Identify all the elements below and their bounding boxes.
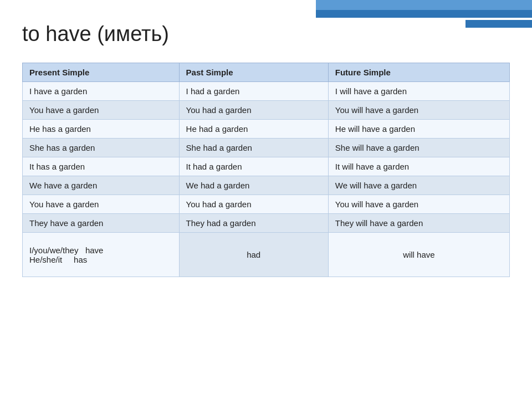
page-content: to have (иметь) Present Simple Past Simp… — [0, 0, 532, 288]
table-cell: You have a garden — [23, 101, 180, 120]
table-cell: We had a garden — [179, 176, 328, 195]
header-present-simple: Present Simple — [23, 63, 180, 82]
conjugation-table: Present Simple Past Simple Future Simple… — [22, 63, 510, 277]
table-cell: It had a garden — [179, 157, 328, 176]
table-cell: They had a garden — [179, 214, 328, 233]
table-cell: I will have a garden — [328, 82, 509, 101]
header-future-simple: Future Simple — [328, 63, 509, 82]
deco-bar-blue — [316, 0, 532, 10]
summary-pronoun2: He/she/it — [29, 255, 62, 264]
table-row: You have a gardenYou had a gardenYou wil… — [23, 101, 510, 120]
table-row: She has a gardenShe had a gardenShe will… — [23, 139, 510, 157]
deco-bar-teal — [466, 20, 532, 28]
table-cell: I had a garden — [179, 82, 328, 101]
table-cell: She will have a garden — [328, 139, 509, 157]
table-cell: He had a garden — [179, 120, 328, 139]
table-cell: You have a garden — [23, 195, 180, 214]
summary-row: I/you/we/they haveHe/she/it hashadwill h… — [23, 233, 510, 277]
table-cell: You had a garden — [179, 195, 328, 214]
table-cell: They will have a garden — [328, 214, 509, 233]
table-cell: She had a garden — [179, 139, 328, 157]
table-cell: He has a garden — [23, 120, 180, 139]
table-cell: It will have a garden — [328, 157, 509, 176]
table-row: I have a gardenI had a gardenI will have… — [23, 82, 510, 101]
table-cell: We will have a garden — [328, 176, 509, 195]
table-cell: It has a garden — [23, 157, 180, 176]
table-row: He has a gardenHe had a gardenHe will ha… — [23, 120, 510, 139]
header-past-simple: Past Simple — [179, 63, 328, 82]
summary-verb2: has — [74, 255, 87, 264]
table-cell: You will have a garden — [328, 195, 509, 214]
summary-cell-3: will have — [328, 233, 509, 277]
summary-cell-2: had — [179, 233, 328, 277]
decorative-bars — [316, 0, 532, 28]
table-cell: They have a garden — [23, 214, 180, 233]
table-cell: We have a garden — [23, 176, 180, 195]
table-cell: You will have a garden — [328, 101, 509, 120]
table-cell: I have a garden — [23, 82, 180, 101]
table-row: We have a gardenWe had a gardenWe will h… — [23, 176, 510, 195]
table-cell: He will have a garden — [328, 120, 509, 139]
table-row: They have a gardenThey had a gardenThey … — [23, 214, 510, 233]
summary-pronoun1: I/you/we/they — [29, 245, 78, 255]
table-row: It has a gardenIt had a gardenIt will ha… — [23, 157, 510, 176]
summary-cell-1: I/you/we/they haveHe/she/it has — [23, 233, 180, 277]
table-row: You have a gardenYou had a gardenYou wil… — [23, 195, 510, 214]
summary-verb1: have — [85, 245, 104, 255]
deco-bar-darkblue — [316, 10, 532, 18]
table-header-row: Present Simple Past Simple Future Simple — [23, 63, 510, 82]
table-cell: She has a garden — [23, 139, 180, 157]
table-cell: You had a garden — [179, 101, 328, 120]
